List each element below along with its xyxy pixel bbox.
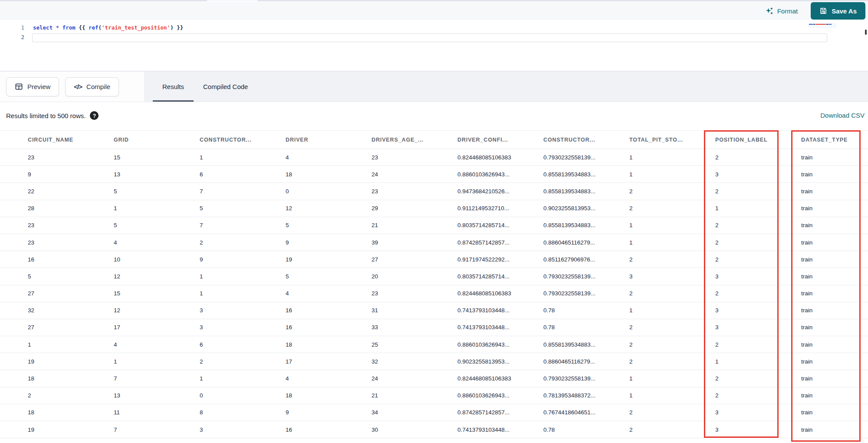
table-cell: 21 xyxy=(372,392,457,399)
table-cell: 0.78 xyxy=(543,307,629,314)
table-cell: train xyxy=(801,392,868,399)
table-cell: 5 xyxy=(286,273,372,280)
table-cell: 1 xyxy=(629,154,715,161)
code-token-function: ref xyxy=(89,24,99,31)
table-cell: 0.78 xyxy=(543,324,629,331)
table-cell: 0.7674418604651... xyxy=(543,409,629,416)
table-cell: 21 xyxy=(372,222,457,228)
line-number-1: 1 xyxy=(16,24,24,31)
code-token-plain: {{ xyxy=(76,24,89,31)
table-row: 181189340.8742857142857...0.767441860465… xyxy=(0,404,868,421)
preview-button[interactable]: Preview xyxy=(6,77,59,96)
column-header: GRID xyxy=(114,137,200,143)
editor-scrollbar-thumb[interactable] xyxy=(865,30,867,35)
save-as-button[interactable]: Save As xyxy=(811,2,865,20)
table-cell: 30 xyxy=(372,426,457,433)
results-tabs: Results Compiled Code xyxy=(153,72,257,102)
table-cell: 2 xyxy=(629,409,715,416)
column-header: CONSTRUCTOR... xyxy=(543,137,629,143)
action-bar: Preview </> Compile Results Compiled Cod… xyxy=(0,71,868,102)
table-cell: 18 xyxy=(286,341,372,348)
table-cell: 0.8860103626943... xyxy=(457,341,543,348)
table-cell: 18 xyxy=(28,375,114,382)
table-row: 213018210.8860103626943...0.781395348837… xyxy=(0,387,868,404)
table-cell: 7 xyxy=(200,188,286,195)
table-cell: 2 xyxy=(715,341,801,348)
table-cell: 2 xyxy=(715,239,801,246)
table-cell: 13 xyxy=(114,171,200,178)
table-cell: 7 xyxy=(114,426,200,433)
table-cell: 32 xyxy=(28,307,114,314)
table-cell: 16 xyxy=(286,307,372,314)
format-button[interactable]: Format xyxy=(765,7,798,15)
table-cell: 3 xyxy=(715,426,801,433)
table-cell: 24 xyxy=(372,375,457,382)
table-cell: 0.8558139534883... xyxy=(543,222,629,228)
table-row: 3212316310.7413793103448...0.7813train xyxy=(0,302,868,319)
table-cell: train xyxy=(801,358,868,365)
table-cell: 16 xyxy=(286,426,372,433)
table-cell: 6 xyxy=(200,341,286,348)
table-cell: 12 xyxy=(286,205,372,212)
table-cell: 9 xyxy=(28,171,114,178)
table-cell: 24 xyxy=(372,171,457,178)
table-cell: 0.78 xyxy=(543,426,629,433)
active-line-highlight[interactable] xyxy=(32,33,827,42)
compile-button[interactable]: </> Compile xyxy=(65,77,119,96)
table-cell: train xyxy=(801,426,868,433)
editor-toolbar: Format Save As xyxy=(0,2,868,20)
column-header: DATASET_TYPE xyxy=(801,137,868,143)
file-tab-active[interactable] xyxy=(207,0,257,1)
table-cell: 39 xyxy=(372,239,457,246)
file-tab-right[interactable] xyxy=(257,0,868,1)
editor-minimap[interactable] xyxy=(808,23,837,28)
table-cell: 2 xyxy=(629,358,715,365)
table-cell: 0.9023255813953... xyxy=(543,205,629,212)
file-tab-left[interactable] xyxy=(0,0,207,1)
table-cell: 1 xyxy=(629,239,715,246)
table-cell: 18 xyxy=(28,409,114,416)
table-cell: 0.9112149532710... xyxy=(457,205,543,212)
table-cell: train xyxy=(801,205,868,212)
table-cell: 23 xyxy=(372,188,457,195)
code-token-keyword: from xyxy=(62,24,76,31)
results-table: CIRCUIT_NAMEGRIDCONSTRUCTOR...DRIVERDRIV… xyxy=(0,130,868,438)
column-header: POSITION_LABEL xyxy=(715,137,801,143)
table-cell: 3 xyxy=(715,324,801,331)
help-icon[interactable]: ? xyxy=(90,111,99,120)
table-cell: 2 xyxy=(629,426,715,433)
table-cell: 9 xyxy=(286,239,372,246)
code-line-1[interactable]: select * from {{ ref('train_test_positio… xyxy=(33,24,183,31)
column-header: TOTAL_PIT_STO... xyxy=(629,137,715,143)
table-cell: 3 xyxy=(715,409,801,416)
code-token-plain xyxy=(59,24,62,31)
save-as-label: Save As xyxy=(832,7,857,15)
table-cell: 27 xyxy=(372,256,457,263)
tab-results[interactable]: Results xyxy=(153,72,194,102)
table-cell: 31 xyxy=(372,307,457,314)
code-editor[interactable]: 1 2 select * from {{ ref('train_test_pos… xyxy=(0,20,868,71)
compile-label: Compile xyxy=(86,83,110,90)
table-cell: 18 xyxy=(286,171,372,178)
tab-compiled-code[interactable]: Compiled Code xyxy=(194,72,257,102)
table-row: 51215200.8035714285714...0.7930232558139… xyxy=(0,268,868,285)
table-cell: 7 xyxy=(114,375,200,382)
table-cell: 17 xyxy=(286,358,372,365)
minimap-mark xyxy=(815,24,826,25)
table-cell: 5 xyxy=(286,222,372,228)
download-csv-link[interactable]: Download CSV xyxy=(820,112,865,119)
table-cell: 13 xyxy=(114,392,200,399)
table-cell: 11 xyxy=(114,409,200,416)
table-cell: 2 xyxy=(28,392,114,399)
table-cell: train xyxy=(801,375,868,382)
table-cell: 9 xyxy=(200,256,286,263)
table-cell: 23 xyxy=(28,239,114,246)
table-cell: 0.8558139534883... xyxy=(543,171,629,178)
table-cell: 2 xyxy=(715,222,801,228)
table-cell: 5 xyxy=(200,205,286,212)
table-cell: 12 xyxy=(114,273,200,280)
table-cell: 12 xyxy=(114,307,200,314)
table-cell: 1 xyxy=(629,307,715,314)
table-cell: 3 xyxy=(200,307,286,314)
table-cell: 2 xyxy=(715,188,801,195)
